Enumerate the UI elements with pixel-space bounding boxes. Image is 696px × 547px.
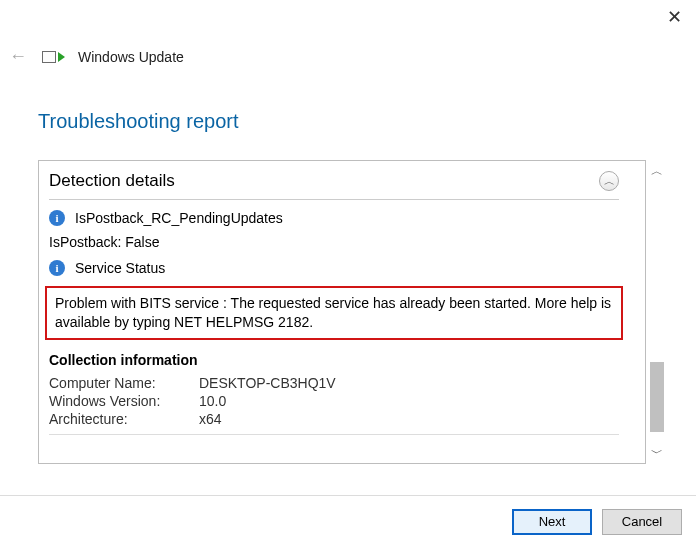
back-arrow-icon[interactable]: ← — [8, 46, 28, 67]
header-bar: ← Windows Update — [8, 46, 676, 67]
section-header: Detection details ︿ — [39, 161, 629, 199]
close-icon[interactable]: ✕ — [667, 8, 682, 26]
scroll-down-icon[interactable]: ﹀ — [646, 442, 668, 464]
error-highlight: Problem with BITS service : The requeste… — [45, 286, 623, 340]
detail-value: IsPostback: False — [39, 226, 629, 250]
kv-row: Computer Name: DESKTOP-CB3HQ1V — [49, 374, 619, 392]
detail-label: IsPostback_RC_PendingUpdates — [75, 210, 283, 226]
detection-details-panel: Detection details ︿ i IsPostback_RC_Pend… — [38, 160, 646, 464]
footer-bar: Next Cancel — [0, 495, 696, 547]
section-title: Detection details — [49, 171, 175, 191]
scroll-thumb[interactable] — [650, 362, 664, 432]
detail-row-pending-updates: i IsPostback_RC_PendingUpdates — [39, 200, 629, 226]
app-title: Windows Update — [78, 49, 184, 65]
cancel-button[interactable]: Cancel — [602, 509, 682, 535]
scroll-track[interactable] — [646, 182, 668, 442]
kv-row: Architecture: x64 — [49, 410, 619, 428]
detail-row-service-status: i Service Status — [39, 250, 629, 276]
kv-value: x64 — [199, 411, 619, 427]
next-button[interactable]: Next — [512, 509, 592, 535]
error-text: Problem with BITS service : The requeste… — [55, 295, 611, 330]
collection-title: Collection information — [49, 352, 619, 368]
collapse-toggle[interactable]: ︿ — [599, 171, 619, 191]
kv-key: Windows Version: — [49, 393, 199, 409]
kv-key: Computer Name: — [49, 375, 199, 391]
chevron-up-icon: ︿ — [604, 174, 615, 189]
divider — [49, 434, 619, 435]
windows-update-icon — [42, 49, 64, 65]
scroll-up-icon[interactable]: ︿ — [646, 160, 668, 182]
info-icon: i — [49, 260, 65, 276]
page-title: Troubleshooting report — [38, 110, 239, 133]
kv-key: Architecture: — [49, 411, 199, 427]
vertical-scrollbar[interactable]: ︿ ﹀ — [646, 160, 668, 464]
detail-label: Service Status — [75, 260, 165, 276]
info-icon: i — [49, 210, 65, 226]
troubleshooter-window: ✕ ← Windows Update Troubleshooting repor… — [0, 0, 696, 547]
kv-row: Windows Version: 10.0 — [49, 392, 619, 410]
kv-value: 10.0 — [199, 393, 619, 409]
kv-value: DESKTOP-CB3HQ1V — [199, 375, 619, 391]
collection-info: Collection information Computer Name: DE… — [39, 346, 629, 435]
